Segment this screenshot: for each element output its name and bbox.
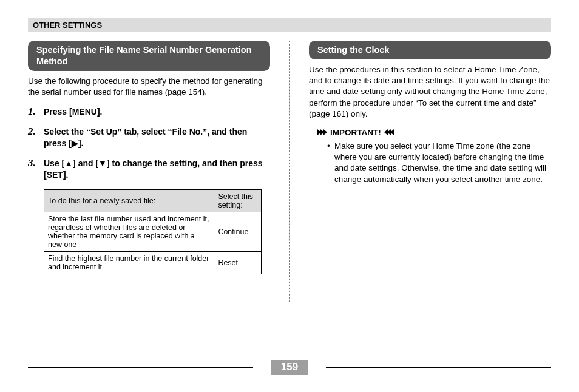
left-column: Specifying the File Name Serial Number G… (28, 41, 290, 274)
step-1: Press [MENU]. (28, 106, 270, 118)
step-2: Select the “Set Up” tab, select “File No… (28, 126, 270, 149)
page-footer: 159 (28, 359, 551, 375)
table-row: Find the highest file number in the curr… (44, 251, 262, 274)
step-3: Use [▲] and [▼] to change the setting, a… (28, 158, 270, 181)
table-header-row: To do this for a newly saved file: Selec… (44, 189, 262, 212)
manual-page: OTHER SETTINGS Specifying the File Name … (0, 0, 579, 392)
important-label: IMPORTANT! (317, 128, 551, 137)
table-head-0: To do this for a newly saved file: (44, 189, 214, 212)
right-intro: Use the procedures in this section to se… (309, 64, 551, 120)
right-column: Setting the Clock Use the procedures in … (290, 41, 551, 274)
settings-table: To do this for a newly saved file: Selec… (44, 189, 262, 274)
steps-list: Press [MENU]. Select the “Set Up” tab, s… (28, 106, 270, 180)
column-divider (290, 41, 290, 302)
table-head-1: Select this setting: (214, 189, 262, 212)
right-title: Setting the Clock (309, 41, 551, 59)
left-title: Specifying the File Name Serial Number G… (28, 41, 270, 71)
two-column-layout: Specifying the File Name Serial Number G… (28, 41, 551, 274)
table-cell: Continue (214, 212, 262, 251)
section-header: OTHER SETTINGS (28, 18, 551, 32)
table-cell: Find the highest file number in the curr… (44, 251, 214, 274)
left-intro: Use the following procedure to specify t… (28, 76, 270, 98)
page-number: 159 (271, 360, 308, 375)
table-cell: Store the last file number used and incr… (44, 212, 214, 251)
important-bullet: Make sure you select your Home Time zone… (327, 141, 551, 185)
important-bullet-list: Make sure you select your Home Time zone… (327, 141, 551, 185)
wedge-left-icon (385, 129, 394, 135)
table-cell: Reset (214, 251, 262, 274)
wedge-right-icon (317, 129, 327, 135)
table-row: Store the last file number used and incr… (44, 212, 262, 251)
important-text-label: IMPORTANT! (330, 128, 381, 137)
